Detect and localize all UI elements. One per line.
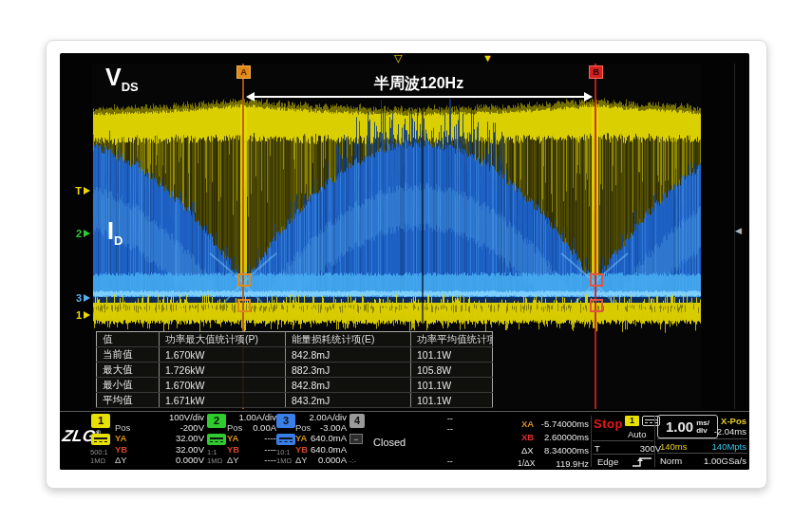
stats-header-cell: 值 xyxy=(97,332,160,347)
trigger-type[interactable]: Edge xyxy=(597,456,618,467)
inverse-dx-value: 119.9Hz xyxy=(532,458,589,469)
ch2-pos-label: Pos xyxy=(227,422,242,433)
ch4-minus-icon: − xyxy=(349,434,363,444)
ch1-marker-label: 1 xyxy=(76,309,82,321)
stats-cell: 当前值 xyxy=(97,347,160,363)
annotation-arrow-line xyxy=(250,96,589,98)
stats-cell: 1.726kW xyxy=(160,363,286,378)
ch3-dy-label: ΔY xyxy=(295,455,308,465)
table-row: 最大值 1.726kW 882.3mJ 105.8W xyxy=(97,363,493,378)
status-bar: ZLG® 1 500:1 1MΩ 100V/div Pos-200V YA32.… xyxy=(60,411,749,470)
trigger-level-label: T xyxy=(595,443,600,454)
ch1-impedance: 1MΩ xyxy=(90,456,105,465)
rising-edge-icon xyxy=(631,456,653,468)
ch1-probe-ratio: 500:1 xyxy=(90,448,108,456)
stats-cell: 842.8mJ xyxy=(286,347,411,363)
annotation-arrow-left-icon xyxy=(246,92,255,102)
acquisition-mode: Norm xyxy=(660,456,682,466)
cursor-a-label[interactable]: A xyxy=(236,65,251,79)
id-trace-label: ID xyxy=(107,219,123,252)
cursor-b-handle-upper[interactable] xyxy=(590,273,603,287)
channel1-position-marker[interactable]: 1 xyxy=(64,309,90,321)
cursor-b-handle-lower[interactable] xyxy=(590,299,603,312)
stats-cell: 最大值 xyxy=(97,363,160,378)
stats-cell: 101.1W xyxy=(411,347,493,363)
dx-value: 8.34000ms xyxy=(532,445,589,456)
ch2-scale: 1.00A/div xyxy=(238,412,276,422)
ch3-impedance: 1MΩ xyxy=(276,456,292,465)
stats-cell: 842.8mJ xyxy=(286,378,411,393)
ch1-yb-value: 32.00V xyxy=(176,444,204,455)
ch1-dy-label: ΔY xyxy=(115,455,127,465)
channel2-position-marker[interactable]: 2 xyxy=(64,228,90,239)
divider xyxy=(591,416,592,467)
stats-cell: 平均值 xyxy=(97,393,160,408)
cursor-a-handle-lower[interactable] xyxy=(237,299,251,312)
ch3-number-badge[interactable]: 3 xyxy=(276,414,295,428)
xpos-label: X-Pos xyxy=(687,416,746,426)
stats-cell: 101.1W xyxy=(411,393,493,408)
ch1-pos-value: -200V xyxy=(180,422,204,433)
screenshot-card: ▽ ▼ A B 半周波120Hz VDS ID T 2 xyxy=(46,40,767,489)
ch2-marker-arrow-icon xyxy=(84,230,90,237)
trigger-source-badge[interactable]: 1 xyxy=(625,416,639,426)
ch2-dy-label: ΔY xyxy=(227,455,239,465)
cursor-b-line[interactable] xyxy=(595,64,596,409)
stats-header-cell: 能量损耗统计项(E) xyxy=(286,332,411,347)
ch1-marker-arrow-icon xyxy=(84,311,90,319)
ch2-probe-ratio: 1:1 xyxy=(207,448,217,456)
table-row: 当前值 1.670kW 842.8mJ 101.1W xyxy=(97,347,493,363)
ch3-scale: 2.00A/div xyxy=(309,412,347,422)
ch3-readout: 2.00A/div Pos-3.00A YA640.0mA YB640.0mA … xyxy=(295,412,347,465)
ch3-yb-label: YB xyxy=(295,444,308,455)
ch4-ratio-dash: -:- xyxy=(349,456,356,465)
side-panel-expand-arrow-icon[interactable]: ◀ xyxy=(735,226,742,235)
ch1-ya-label: YA xyxy=(115,433,126,443)
ch2-impedance: 1MΩ xyxy=(207,456,222,465)
trigger-position-solid-triangle-icon: ▼ xyxy=(482,53,493,64)
divider xyxy=(593,440,653,441)
cursor-a-handle-upper[interactable] xyxy=(237,273,251,287)
ch1-number-badge[interactable]: 1 xyxy=(91,414,110,428)
ch2-number-badge[interactable]: 2 xyxy=(207,414,226,428)
cursor-b-label[interactable]: B xyxy=(589,65,603,79)
channel3-position-marker[interactable]: 3 xyxy=(64,292,90,304)
record-duration: 140ms xyxy=(660,441,688,452)
trigger-marker-label: T xyxy=(75,185,82,196)
ch3-probe-ratio: 10:1 xyxy=(276,448,291,456)
dx-value-xb: 2.60000ms xyxy=(532,432,589,442)
ch3-ya-label: YA xyxy=(295,433,307,443)
trigger-level-marker[interactable]: T xyxy=(64,185,90,196)
ch3-dy-value: 0.000A xyxy=(318,455,347,465)
stats-cell: 843.2mJ xyxy=(286,393,411,408)
xpos-marker-hollow-triangle-icon: ▽ xyxy=(394,53,402,64)
ch2-marker-label: 2 xyxy=(76,228,82,239)
ch1-yb-label: YB xyxy=(115,444,127,455)
ch1-pos-label: Pos xyxy=(115,422,130,433)
ch2-readout: 1.00A/div Pos0.00A YA---- YB---- ΔY---- xyxy=(227,412,276,465)
ch3-dc-coupling-icon xyxy=(276,434,295,445)
stats-header-cell: 功率最大值统计项(P) xyxy=(160,332,286,347)
ch3-yb-value: 640.0mA xyxy=(311,444,347,455)
xpos-value: -2.04ms xyxy=(687,426,746,437)
vds-subscript: DS xyxy=(122,80,139,94)
stats-header-cell: 功率平均值统计项(P) xyxy=(411,332,493,347)
acquisition-stop-status[interactable]: Stop xyxy=(594,417,623,431)
ch4-value2: -- xyxy=(430,423,453,434)
id-subscript: D xyxy=(114,233,123,248)
ch2-dy-value: ---- xyxy=(264,455,276,465)
ch4-number-badge[interactable]: 4 xyxy=(349,414,365,428)
ch2-pos-value: 0.00A xyxy=(253,422,276,433)
ch2-yb-value: ---- xyxy=(264,444,276,455)
ch2-ya-label: YA xyxy=(227,433,238,443)
ch2-yb-label: YB xyxy=(227,444,239,455)
table-row: 最小值 1.670kW 842.8mJ 101.1W xyxy=(97,378,493,393)
stats-cell: 最小值 xyxy=(97,378,160,393)
trigger-mode[interactable]: Auto xyxy=(628,429,647,439)
stats-cell: 101.1W xyxy=(411,378,493,393)
ch1-readout: 100V/div Pos-200V YA32.00V YB32.00V ΔY0.… xyxy=(115,412,204,465)
divider xyxy=(654,416,655,467)
id-symbol: I xyxy=(107,217,114,244)
half-cycle-annotation: 半周波120Hz xyxy=(321,74,517,94)
ch2-ya-value: ---- xyxy=(264,433,276,443)
